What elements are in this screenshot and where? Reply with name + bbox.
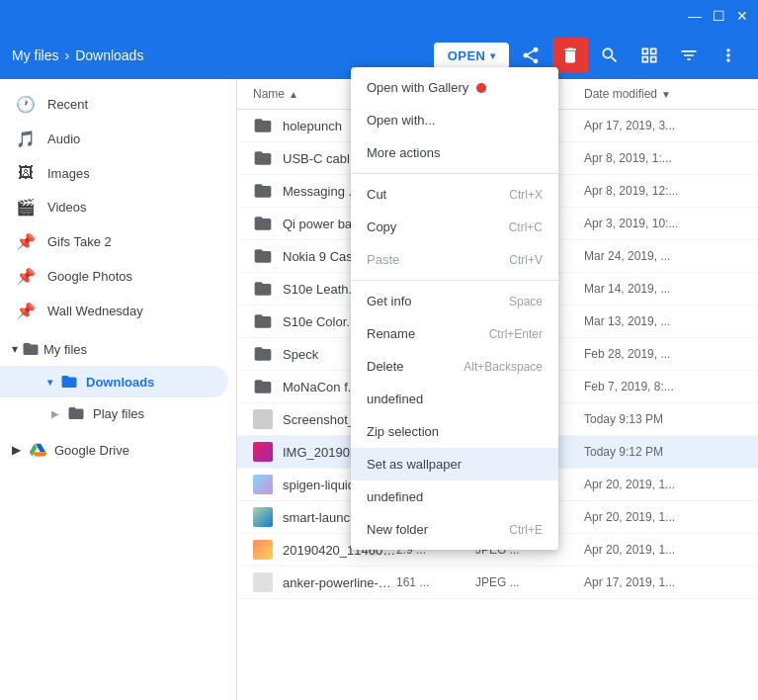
title-bar: — ☐ ✕ [0,0,758,32]
file-date-cell: Feb 28, 2019, ... [584,347,742,361]
more-menu-button[interactable] [711,38,746,73]
menu-item-left: New folder [367,522,428,537]
menu-item-shortcut: Alt+Backspace [463,360,543,374]
table-row[interactable]: anker-powerline-plus-microusb-cab... 161… [237,567,758,599]
drive-expand-arrow: ▶ [12,443,21,457]
file-name-text: anker-powerline-plus-microusb-cab... [283,575,396,590]
menu-item-left: Zip selection [367,424,439,439]
file-name-text: USB-C cabl... [283,151,361,166]
downloads-expand-arrow: ▾ [47,377,52,388]
menu-item[interactable]: Open with... [351,104,558,136]
menu-item[interactable]: Copy Ctrl+C [351,211,558,243]
menu-item-left: Open with Gallery [367,80,486,95]
sidebar-item-gifs[interactable]: 📌 Gifs Take 2 [0,224,228,259]
breadcrumb-separator: › [64,47,69,63]
file-date-cell: Apr 8, 2019, 12:... [584,184,742,198]
minimize-button[interactable]: — [687,8,703,24]
file-thumbnail [253,572,273,592]
file-date-cell: Apr 3, 2019, 10:... [584,217,742,230]
file-date-cell: Mar 14, 2019, ... [584,282,742,296]
file-date-cell: Feb 7, 2019, 8:... [584,380,742,394]
file-name-text: S10e Color... [283,314,357,329]
sidebar-label-images: Images [47,166,90,181]
folder-icon [253,279,273,299]
search-button[interactable] [592,38,628,73]
my-files-section: ▾ My files ▾ Downloads ▶ Play files [0,328,236,433]
sidebar-item-google-photos[interactable]: 📌 Google Photos [0,259,228,294]
sidebar-item-audio[interactable]: 🎵 Audio [0,122,228,156]
google-drive-label: Google Drive [54,443,129,458]
sidebar-label-recent: Recent [47,97,88,112]
my-files-expand[interactable]: ▾ My files [0,332,236,366]
menu-item-shortcut: Space [509,295,543,308]
file-thumbnail [253,475,273,494]
sort-button[interactable] [671,38,707,73]
menu-item[interactable]: Paste Ctrl+V [351,243,558,276]
menu-item-shortcut: Ctrl+Enter [489,327,543,341]
delete-icon [560,45,580,65]
folder-icon [253,344,273,364]
menu-item[interactable]: Zip selection [351,415,558,448]
folder-icon [253,246,273,266]
grid-view-button[interactable] [632,38,667,73]
menu-item-left: undefined [367,489,423,504]
open-button-label: OPEN [448,48,486,63]
menu-item-left: Get info [367,294,412,308]
date-sort-icon: ▼ [661,89,671,100]
play-files-expand-arrow: ▶ [51,408,59,419]
maximize-button[interactable]: ☐ [711,8,726,24]
sidebar-label-audio: Audio [47,131,80,146]
file-date-cell: Mar 24, 2019, ... [584,249,742,263]
breadcrumb-root[interactable]: My files [12,47,58,63]
my-files-expand-arrow: ▾ [12,342,18,356]
file-name-cell: anker-powerline-plus-microusb-cab... [253,572,396,592]
images-icon: 🖼 [16,164,36,182]
menu-item[interactable]: More actions [351,136,558,169]
menu-item[interactable]: Get info Space [351,285,558,317]
col-header-date[interactable]: Date modified ▼ [584,87,742,101]
menu-item[interactable]: undefined [351,481,558,513]
menu-item-label: New folder [367,522,428,537]
breadcrumb-current: Downloads [75,47,143,63]
folder-icon [253,377,273,396]
menu-item[interactable]: undefined [351,383,558,415]
file-name-text: S10e Leath... [283,282,359,297]
context-menu: Open with Gallery Open with... More acti… [351,67,558,550]
file-date-cell: Apr 8, 2019, 1:... [584,151,742,165]
menu-item[interactable]: Cut Ctrl+X [351,178,558,211]
folder-icon [253,116,273,135]
menu-item[interactable]: Open with Gallery [351,71,558,104]
sidebar-item-recent[interactable]: 🕐 Recent [0,87,228,122]
menu-item-label: Get info [367,294,412,308]
sidebar-item-downloads[interactable]: ▾ Downloads [0,366,228,397]
file-date-cell: Apr 20, 2019, 1... [584,543,742,557]
recent-icon: 🕐 [16,95,36,114]
search-icon [600,45,620,65]
file-date-cell: Apr 17, 2019, 1... [584,575,742,589]
sidebar: 🕐 Recent 🎵 Audio 🖼 Images 🎬 Videos 📌 Gif… [0,79,237,700]
sidebar-item-videos[interactable]: 🎬 Videos [0,190,228,224]
gifs-icon: 📌 [16,232,36,251]
file-thumbnail [253,540,273,560]
delete-button[interactable] [552,38,588,73]
menu-item-left: Rename [367,326,415,341]
grid-icon [639,45,659,65]
file-thumbnail [253,409,273,429]
sidebar-item-images[interactable]: 🖼 Images [0,156,228,190]
file-name-text: holepunch [283,119,342,133]
open-button[interactable]: OPEN ▾ [434,43,509,69]
sidebar-item-google-drive[interactable]: ▶ Google Drive [0,433,236,467]
folder-icon [253,311,273,331]
menu-item-label: Paste [367,252,399,267]
menu-item[interactable]: New folder Ctrl+E [351,513,558,546]
menu-item-left: Cut [367,187,386,202]
file-date-cell: Apr 20, 2019, 1... [584,510,742,524]
menu-item[interactable]: Rename Ctrl+Enter [351,317,558,350]
close-button[interactable]: ✕ [734,8,750,24]
sidebar-item-play-files[interactable]: ▶ Play files [0,397,228,429]
name-sort-icon: ▲ [289,89,298,100]
play-files-label: Play files [93,406,144,421]
sidebar-item-wall-wednesday[interactable]: 📌 Wall Wednesday [0,294,228,328]
menu-item[interactable]: Delete Alt+Backspace [351,350,558,383]
menu-item[interactable]: Set as wallpaper [351,448,558,481]
